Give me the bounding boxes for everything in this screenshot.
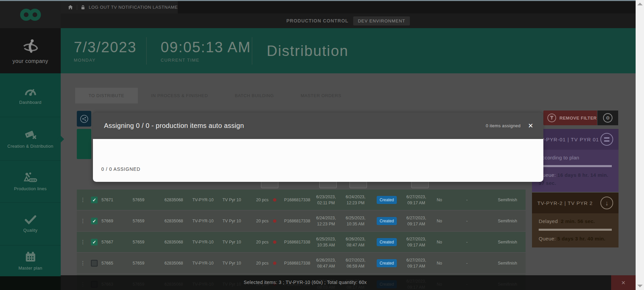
company-logo[interactable] xyxy=(0,1,61,28)
assign-modal-body: 0 / 0 ASSIGNED xyxy=(93,139,543,182)
items-assigned-count: 0 items assigned xyxy=(486,123,521,128)
remove-filter-button[interactable]: REMOVE FILTER xyxy=(543,111,597,125)
session-tab-label: LOG OUT TV NOTIFICATION LASTNAME xyxy=(89,5,178,10)
sidebar-item-creation-distribution[interactable]: Creation & Distribution xyxy=(0,117,61,161)
funnel-icon xyxy=(547,114,556,122)
product-code: TV-PYR-10 xyxy=(188,232,218,252)
parent-id: 57659 xyxy=(127,211,150,231)
table-row[interactable]: ⋮ ✓ 57669 57659 62835068 TV-PYR-10 TV Py… xyxy=(77,211,526,231)
ticket-icon xyxy=(24,129,37,140)
planned-datetime: 6/27/2023,09:17 AM xyxy=(401,211,431,231)
empty-value: - xyxy=(460,190,474,210)
share-icon xyxy=(80,115,89,123)
download-circle-icon[interactable]: ↓ xyxy=(600,197,613,209)
row-menu-icon[interactable]: ⋮ xyxy=(79,190,86,210)
machine-card-tv-pyr-2: TV-PYR-2 | TV PYR 2 ↓ Delayed 2 min. 56 … xyxy=(532,193,619,247)
logo-ring-icon xyxy=(29,9,41,21)
distribution-tabs: TO DISTRIBUTE IN PROCESS & FINISHED BATC… xyxy=(75,88,355,103)
table-row[interactable]: ⋮ ✓ 57671 57659 62835068 TV-PYR-10 TV Py… xyxy=(77,190,526,210)
tab-to-distribute[interactable]: TO DISTRIBUTE xyxy=(75,88,138,103)
clear-selection-button[interactable]: ✕ xyxy=(611,275,636,290)
status-badge: Created xyxy=(377,196,397,204)
item-code: 62835068 xyxy=(159,211,189,231)
parent-id: 57659 xyxy=(127,190,150,210)
machine-queue: Queue: 16 days 8 hr. 14 min. 57 sec. xyxy=(539,171,612,187)
status-dot-icon xyxy=(273,262,276,265)
item-code: 62835068 xyxy=(159,190,189,210)
divider xyxy=(77,5,77,10)
gauge-icon xyxy=(24,86,37,96)
sidebar-item-label: Production lines xyxy=(13,186,48,191)
item-type: Semifinish xyxy=(492,211,523,231)
gear-icon: ⚙ xyxy=(603,113,612,123)
auto-assign-button[interactable] xyxy=(77,111,91,127)
row-menu-icon[interactable]: ⋮ xyxy=(79,232,86,252)
sidebar-menu: Dashboard Creation & Distribution xyxy=(0,73,61,276)
status-dot-icon xyxy=(273,240,276,244)
sidebar-item-production-lines[interactable]: Production lines xyxy=(0,161,61,203)
status-badge: Created xyxy=(377,217,397,225)
start-datetime: 6/25/2023,10:35 AM xyxy=(311,232,341,252)
machine-progress-bar xyxy=(539,229,612,231)
column-filter-input[interactable] xyxy=(350,181,367,188)
machine-progress-bar xyxy=(539,165,612,167)
sidebar-item-label: Creation & Distribution xyxy=(6,144,55,149)
column-filter-input[interactable] xyxy=(319,181,337,188)
tab-master-orders[interactable]: MASTER ORDERS xyxy=(287,88,355,103)
selection-summary: Selected items: 3 ; TV-PYR-10 (60x) ; To… xyxy=(161,280,449,285)
planned-datetime: 6/27/2023,09:17 AM xyxy=(401,232,431,252)
product-code: TV-PYR-10 xyxy=(188,253,218,273)
item-id: 57669 xyxy=(96,211,119,231)
assigned-status-text: 0 / 0 ASSIGNED xyxy=(101,166,141,172)
product-code: TV-PYR-10 xyxy=(188,190,218,210)
item-type: Semifinish xyxy=(492,190,523,210)
item-code: 62835068 xyxy=(159,232,189,252)
machine-name: TV-PYR-01 | TV PYR 01 xyxy=(537,137,599,142)
tab-batch-building[interactable]: BATCH BUILDING xyxy=(221,88,287,103)
flag-value: No xyxy=(431,190,448,210)
current-day: MONDAY xyxy=(74,58,146,63)
current-date: 7/3/2023 xyxy=(74,39,146,56)
end-datetime: 6/27/2023,06:59 AM xyxy=(340,253,371,273)
status-badge: Created xyxy=(377,259,397,267)
quantity: 20 pcs xyxy=(253,211,272,231)
product-name: TV Pyr 10 xyxy=(217,232,247,252)
product-code: TV-PYR-10 xyxy=(188,211,218,231)
vertical-scrollbar[interactable] xyxy=(636,0,644,290)
item-code: 62835068 xyxy=(159,253,189,273)
environment-badge: DEV ENVIRONMENT xyxy=(353,16,410,25)
person-icon xyxy=(21,38,40,56)
scroll-down-icon[interactable] xyxy=(637,285,643,287)
close-icon[interactable]: ✕ xyxy=(528,122,533,130)
menu-circle-icon[interactable] xyxy=(600,133,613,146)
status-dot-icon xyxy=(273,198,276,202)
assign-modal-title: Assigning 0 / 0 - production items auto … xyxy=(104,122,244,130)
batch-number: P1686817338 xyxy=(279,211,316,231)
scroll-up-icon[interactable] xyxy=(637,3,643,5)
column-filter-input[interactable] xyxy=(261,181,278,188)
end-datetime: 6/24/2023,12:23 PM xyxy=(340,190,371,210)
sidebar-item-quality[interactable]: Quality xyxy=(0,203,61,245)
column-filter-input[interactable] xyxy=(411,181,429,188)
product-name: TV Pyr 10 xyxy=(217,190,247,210)
session-tab[interactable]: LOG OUT TV NOTIFICATION LASTNAME xyxy=(61,1,178,13)
home-icon[interactable] xyxy=(68,5,73,10)
product-name: TV Pyr 10 xyxy=(217,211,247,231)
item-type: Semifinish xyxy=(492,232,523,252)
row-menu-icon[interactable]: ⋮ xyxy=(79,211,86,231)
remove-filter-label: REMOVE FILTER xyxy=(559,116,597,121)
sidebar-item-dashboard[interactable]: Dashboard xyxy=(0,73,61,117)
machine-status: Delayed 2 min. 56 sec. xyxy=(539,217,612,225)
end-datetime: 6/25/2023,10:35 AM xyxy=(340,211,371,231)
empty-value: - xyxy=(460,232,474,252)
app-title: PRODUCTION CONTROL xyxy=(286,18,348,23)
flag-value: No xyxy=(431,253,448,273)
side-panel-stub xyxy=(77,129,91,159)
settings-button[interactable]: ⚙ xyxy=(597,111,618,125)
row-menu-icon[interactable]: ⋮ xyxy=(79,253,86,273)
sidebar-item-master-plan[interactable]: Master plan xyxy=(0,245,61,276)
parent-id: 57659 xyxy=(127,253,150,273)
table-row[interactable]: ⋮ 57665 57659 62835068 TV-PYR-10 TV Pyr … xyxy=(77,253,526,273)
table-row[interactable]: ⋮ ✓ 57667 57659 62835068 TV-PYR-10 TV Py… xyxy=(77,232,526,252)
tab-in-process-finished[interactable]: IN PROCESS & FINISHED xyxy=(138,88,221,103)
